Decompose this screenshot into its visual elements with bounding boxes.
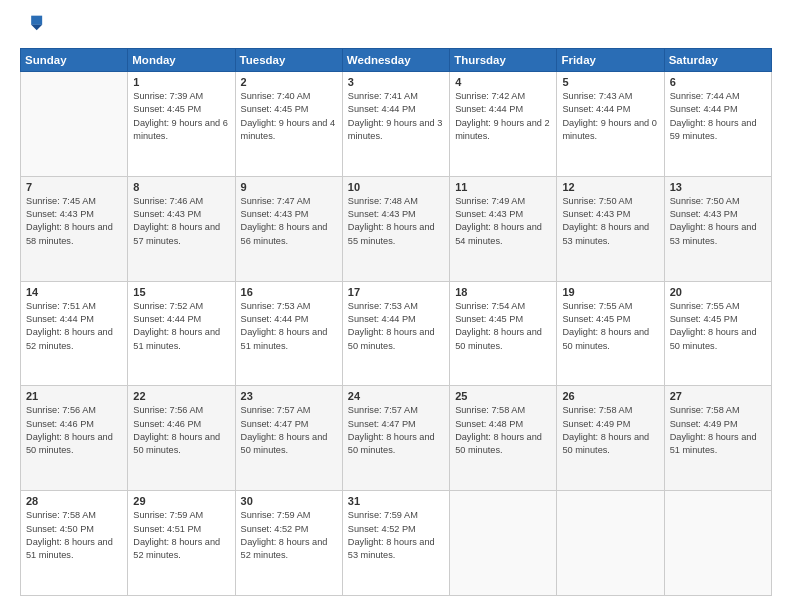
calendar-cell: 27Sunrise: 7:58 AMSunset: 4:49 PMDayligh… — [664, 386, 771, 491]
day-info: Sunrise: 7:50 AMSunset: 4:43 PMDaylight:… — [562, 195, 658, 248]
calendar-cell: 12Sunrise: 7:50 AMSunset: 4:43 PMDayligh… — [557, 176, 664, 281]
week-row-4: 21Sunrise: 7:56 AMSunset: 4:46 PMDayligh… — [21, 386, 772, 491]
day-info: Sunrise: 7:46 AMSunset: 4:43 PMDaylight:… — [133, 195, 229, 248]
day-number: 29 — [133, 495, 229, 507]
day-info: Sunrise: 7:51 AMSunset: 4:44 PMDaylight:… — [26, 300, 122, 353]
day-info: Sunrise: 7:58 AMSunset: 4:49 PMDaylight:… — [670, 404, 766, 457]
day-info: Sunrise: 7:47 AMSunset: 4:43 PMDaylight:… — [241, 195, 337, 248]
calendar-cell: 9Sunrise: 7:47 AMSunset: 4:43 PMDaylight… — [235, 176, 342, 281]
day-number: 15 — [133, 286, 229, 298]
weekday-wednesday: Wednesday — [342, 49, 449, 72]
weekday-friday: Friday — [557, 49, 664, 72]
calendar-cell: 15Sunrise: 7:52 AMSunset: 4:44 PMDayligh… — [128, 281, 235, 386]
day-number: 12 — [562, 181, 658, 193]
day-number: 5 — [562, 76, 658, 88]
day-number: 13 — [670, 181, 766, 193]
day-number: 30 — [241, 495, 337, 507]
calendar-cell: 3Sunrise: 7:41 AMSunset: 4:44 PMDaylight… — [342, 72, 449, 177]
calendar-cell: 23Sunrise: 7:57 AMSunset: 4:47 PMDayligh… — [235, 386, 342, 491]
day-number: 28 — [26, 495, 122, 507]
calendar-cell: 11Sunrise: 7:49 AMSunset: 4:43 PMDayligh… — [450, 176, 557, 281]
day-number: 21 — [26, 390, 122, 402]
day-info: Sunrise: 7:54 AMSunset: 4:45 PMDaylight:… — [455, 300, 551, 353]
day-number: 16 — [241, 286, 337, 298]
day-number: 17 — [348, 286, 444, 298]
day-info: Sunrise: 7:59 AMSunset: 4:51 PMDaylight:… — [133, 509, 229, 562]
day-number: 23 — [241, 390, 337, 402]
weekday-sunday: Sunday — [21, 49, 128, 72]
day-info: Sunrise: 7:56 AMSunset: 4:46 PMDaylight:… — [133, 404, 229, 457]
day-info: Sunrise: 7:56 AMSunset: 4:46 PMDaylight:… — [26, 404, 122, 457]
calendar-table: SundayMondayTuesdayWednesdayThursdayFrid… — [20, 48, 772, 596]
day-number: 4 — [455, 76, 551, 88]
weekday-saturday: Saturday — [664, 49, 771, 72]
day-info: Sunrise: 7:59 AMSunset: 4:52 PMDaylight:… — [241, 509, 337, 562]
day-number: 9 — [241, 181, 337, 193]
week-row-2: 7Sunrise: 7:45 AMSunset: 4:43 PMDaylight… — [21, 176, 772, 281]
logo-icon — [22, 12, 44, 34]
logo — [20, 16, 44, 38]
calendar-cell: 5Sunrise: 7:43 AMSunset: 4:44 PMDaylight… — [557, 72, 664, 177]
day-info: Sunrise: 7:44 AMSunset: 4:44 PMDaylight:… — [670, 90, 766, 143]
weekday-thursday: Thursday — [450, 49, 557, 72]
week-row-3: 14Sunrise: 7:51 AMSunset: 4:44 PMDayligh… — [21, 281, 772, 386]
day-info: Sunrise: 7:41 AMSunset: 4:44 PMDaylight:… — [348, 90, 444, 143]
calendar-cell: 25Sunrise: 7:58 AMSunset: 4:48 PMDayligh… — [450, 386, 557, 491]
day-number: 7 — [26, 181, 122, 193]
page: SundayMondayTuesdayWednesdayThursdayFrid… — [0, 0, 792, 612]
day-number: 22 — [133, 390, 229, 402]
day-info: Sunrise: 7:53 AMSunset: 4:44 PMDaylight:… — [348, 300, 444, 353]
day-info: Sunrise: 7:58 AMSunset: 4:50 PMDaylight:… — [26, 509, 122, 562]
calendar-cell: 28Sunrise: 7:58 AMSunset: 4:50 PMDayligh… — [21, 491, 128, 596]
day-number: 2 — [241, 76, 337, 88]
day-number: 1 — [133, 76, 229, 88]
day-info: Sunrise: 7:40 AMSunset: 4:45 PMDaylight:… — [241, 90, 337, 143]
day-info: Sunrise: 7:49 AMSunset: 4:43 PMDaylight:… — [455, 195, 551, 248]
header — [20, 16, 772, 38]
calendar-cell: 13Sunrise: 7:50 AMSunset: 4:43 PMDayligh… — [664, 176, 771, 281]
day-info: Sunrise: 7:57 AMSunset: 4:47 PMDaylight:… — [241, 404, 337, 457]
day-info: Sunrise: 7:52 AMSunset: 4:44 PMDaylight:… — [133, 300, 229, 353]
day-info: Sunrise: 7:39 AMSunset: 4:45 PMDaylight:… — [133, 90, 229, 143]
day-number: 6 — [670, 76, 766, 88]
calendar-cell — [450, 491, 557, 596]
day-info: Sunrise: 7:55 AMSunset: 4:45 PMDaylight:… — [670, 300, 766, 353]
weekday-tuesday: Tuesday — [235, 49, 342, 72]
calendar-cell: 22Sunrise: 7:56 AMSunset: 4:46 PMDayligh… — [128, 386, 235, 491]
calendar-cell: 18Sunrise: 7:54 AMSunset: 4:45 PMDayligh… — [450, 281, 557, 386]
day-info: Sunrise: 7:50 AMSunset: 4:43 PMDaylight:… — [670, 195, 766, 248]
day-number: 27 — [670, 390, 766, 402]
calendar-cell: 21Sunrise: 7:56 AMSunset: 4:46 PMDayligh… — [21, 386, 128, 491]
calendar-cell: 2Sunrise: 7:40 AMSunset: 4:45 PMDaylight… — [235, 72, 342, 177]
calendar-cell: 6Sunrise: 7:44 AMSunset: 4:44 PMDaylight… — [664, 72, 771, 177]
weekday-monday: Monday — [128, 49, 235, 72]
day-info: Sunrise: 7:53 AMSunset: 4:44 PMDaylight:… — [241, 300, 337, 353]
svg-marker-0 — [31, 16, 42, 25]
day-info: Sunrise: 7:43 AMSunset: 4:44 PMDaylight:… — [562, 90, 658, 143]
day-info: Sunrise: 7:58 AMSunset: 4:49 PMDaylight:… — [562, 404, 658, 457]
day-number: 3 — [348, 76, 444, 88]
day-number: 8 — [133, 181, 229, 193]
week-row-5: 28Sunrise: 7:58 AMSunset: 4:50 PMDayligh… — [21, 491, 772, 596]
day-number: 25 — [455, 390, 551, 402]
calendar-cell: 30Sunrise: 7:59 AMSunset: 4:52 PMDayligh… — [235, 491, 342, 596]
day-info: Sunrise: 7:58 AMSunset: 4:48 PMDaylight:… — [455, 404, 551, 457]
day-number: 19 — [562, 286, 658, 298]
calendar-cell: 19Sunrise: 7:55 AMSunset: 4:45 PMDayligh… — [557, 281, 664, 386]
week-row-1: 1Sunrise: 7:39 AMSunset: 4:45 PMDaylight… — [21, 72, 772, 177]
day-info: Sunrise: 7:48 AMSunset: 4:43 PMDaylight:… — [348, 195, 444, 248]
day-number: 24 — [348, 390, 444, 402]
day-number: 31 — [348, 495, 444, 507]
day-info: Sunrise: 7:55 AMSunset: 4:45 PMDaylight:… — [562, 300, 658, 353]
calendar-cell: 16Sunrise: 7:53 AMSunset: 4:44 PMDayligh… — [235, 281, 342, 386]
calendar-cell: 24Sunrise: 7:57 AMSunset: 4:47 PMDayligh… — [342, 386, 449, 491]
day-info: Sunrise: 7:57 AMSunset: 4:47 PMDaylight:… — [348, 404, 444, 457]
day-number: 20 — [670, 286, 766, 298]
day-number: 10 — [348, 181, 444, 193]
calendar-cell: 4Sunrise: 7:42 AMSunset: 4:44 PMDaylight… — [450, 72, 557, 177]
calendar-cell — [557, 491, 664, 596]
day-number: 11 — [455, 181, 551, 193]
svg-marker-1 — [31, 25, 42, 31]
day-info: Sunrise: 7:45 AMSunset: 4:43 PMDaylight:… — [26, 195, 122, 248]
calendar-cell: 26Sunrise: 7:58 AMSunset: 4:49 PMDayligh… — [557, 386, 664, 491]
